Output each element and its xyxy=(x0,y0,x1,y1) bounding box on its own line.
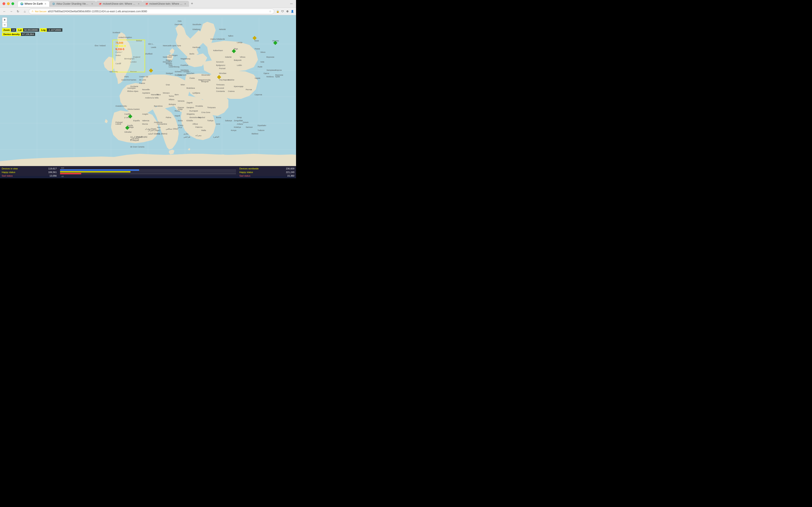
city-label-bialystok: Białystok xyxy=(234,59,242,61)
lng-label: Lng xyxy=(40,28,47,32)
ext-icon-3[interactable]: ⚙ xyxy=(285,9,290,13)
city-label-kharkov: Харків xyxy=(255,77,260,79)
city-label-gdansk: Gdańsk xyxy=(225,56,232,58)
city-label-vilnius: Vilnius xyxy=(240,56,245,58)
city-label-goteborg: Göteborg xyxy=(192,28,200,31)
tab-close-3[interactable]: × xyxy=(138,2,140,5)
city-label-bucuresti: Bucuresti xyxy=(216,87,224,89)
city-label-constantine: Constantine xyxy=(157,123,167,125)
city-label-newcastle: Newcastle upon Tyne xyxy=(163,45,181,47)
city-label-france: France xyxy=(139,82,145,84)
city-label-hrvatska: Hrvatska xyxy=(195,105,203,107)
city-label-minsk: Мінск xyxy=(260,51,265,53)
address-field[interactable]: ⚠ Not Secure a91076d00ad1f4342befdaf380d… xyxy=(29,9,274,14)
minimize-window-button[interactable] xyxy=(7,2,10,5)
zoom-in-button[interactable]: + xyxy=(2,17,7,22)
city-label-milano: Milano xyxy=(169,99,174,101)
tab-close-2[interactable]: × xyxy=(91,2,94,5)
url-text: a91076d00ad1f4342befdaf380dc6850-1105511… xyxy=(48,10,268,13)
new-tab-button[interactable]: + xyxy=(189,1,195,7)
city-label-timisoara2: Timișoara xyxy=(207,107,215,109)
chart-top-label: 320 xyxy=(60,167,236,169)
city-label-djelfa: الجلفة (Djelfa) xyxy=(148,133,160,135)
city-label-denmark: Danmark xyxy=(175,23,183,25)
sad-status-left-value: 13,056 xyxy=(49,174,57,177)
city-label-athina: Αθήνα xyxy=(192,123,198,125)
profile-icon[interactable]: 👤 xyxy=(290,9,294,13)
ext-icon-2[interactable]: 🛡 xyxy=(281,9,285,13)
city-label-benghazi: بنغازي xyxy=(184,133,189,135)
devices-in-view-label: Devices in view xyxy=(2,167,18,170)
city-label-tunis2: تونس xyxy=(177,126,182,128)
happy-status-right-row: Happy status 221,249 xyxy=(239,171,294,173)
city-label-frankfurt: Frankfurt xyxy=(181,64,188,66)
tab-close-1[interactable]: × xyxy=(44,2,47,5)
extension-icons: ⋯ xyxy=(289,2,294,6)
happy-status-right-value: 221,249 xyxy=(286,171,294,173)
city-label-belgie: Belgie / xyxy=(166,59,172,61)
city-label-nice: Nice xyxy=(157,94,161,96)
chart-bar-2-container xyxy=(60,171,236,173)
tab-woe-sim[interactable]: 🐙 mckeeh3/woe-sim: Where On... × xyxy=(96,1,143,7)
bookmark-icon[interactable]: ☆ xyxy=(269,10,271,13)
happy-status-left-label: Happy status xyxy=(2,171,15,173)
ext-icon-1[interactable]: 🔒 xyxy=(275,9,280,13)
sad-status-right-row: Sad status 15,360 xyxy=(239,174,294,177)
chart-bar-1-fill xyxy=(60,169,139,171)
city-label-konya: Konya xyxy=(231,129,237,131)
city-label-voronezh2: Воронеж xyxy=(275,74,283,76)
city-label-diyarbakir: Diyarbakır xyxy=(258,124,266,126)
region-count-s: 9,216-S xyxy=(115,48,124,51)
happy-status-left-row: Happy status 106,561 xyxy=(2,171,57,173)
city-label-odesa: Одеса xyxy=(263,72,269,74)
tab-favicon-3: 🐙 xyxy=(99,2,101,5)
city-label-helsinki: Helsinki xyxy=(219,28,226,31)
security-icon: ⚠ xyxy=(32,10,34,13)
security-label: Not Secure xyxy=(35,10,47,13)
tab-close-4[interactable]: × xyxy=(184,2,187,5)
city-label-izmir: İzmir xyxy=(216,123,220,125)
city-label-espana: España xyxy=(133,120,140,122)
city-label-latvia: Latvija xyxy=(237,41,242,44)
city-label-stuttgart: Stuttgart xyxy=(166,72,173,74)
city-label-lisboa: Lisboa xyxy=(115,123,121,125)
sad-status-left-label: Sad status xyxy=(2,174,13,177)
tab-where-on-earth[interactable]: 🌍 Where On Earth × xyxy=(17,1,49,7)
maximize-window-button[interactable] xyxy=(11,2,14,5)
tab-akka[interactable]: ⚙️ Akka Cluster Sharding Viewer × xyxy=(49,1,96,7)
city-label-moldova: Moldova xyxy=(266,76,273,78)
city-label-luxembourg: Luxembourg xyxy=(169,66,179,68)
city-label-valencia: Valencia xyxy=(142,120,149,122)
city-label-vitoria: Vitoria-Gasteiz xyxy=(127,108,140,110)
city-label-shqiperia: Shqipëria xyxy=(187,113,195,115)
city-label-isle: Isle o... xyxy=(148,43,154,45)
city-label-voronezh: Воронеж xyxy=(266,56,274,58)
chart-center: 320 -10 xyxy=(58,167,238,177)
city-label-tebessa: تبسة xyxy=(157,126,161,128)
forward-button[interactable]: → xyxy=(8,9,14,14)
city-label-lublin: Lublin xyxy=(237,64,242,66)
city-label-torino: Torino xyxy=(169,95,174,97)
city-label-andorra: Andorra la Vella xyxy=(145,97,159,99)
refresh-button[interactable]: ↻ xyxy=(15,9,21,14)
zoom-out-button[interactable]: − xyxy=(2,22,7,27)
city-label-wroclaw: Wrocław xyxy=(219,72,226,74)
city-label-saratov: Саратов xyxy=(255,94,262,96)
city-label-monaco: Monaco xyxy=(163,92,169,94)
region-count-total: 78,848 xyxy=(115,41,123,45)
city-label-stockholm: Stockholm xyxy=(192,23,201,25)
zoom-hud: + − Zoom 14 Lat 50.99108980 Lng -1.10718… xyxy=(2,17,62,36)
map-container[interactable]: Oslo Stockholm Helsinki Tallinn Newcastl… xyxy=(0,15,296,178)
city-label-zaporizhzhia: Запоріжжя xyxy=(266,69,276,71)
city-label-ankara: Türkiye xyxy=(207,120,214,122)
city-label-islas-canarias: de Gran Canaria xyxy=(130,146,144,148)
back-button[interactable]: ← xyxy=(2,9,7,14)
city-label-alger: الجزائر (Alger) xyxy=(148,129,160,131)
chart-bar-3-bg xyxy=(60,173,236,174)
city-label-nantes: Nantes xyxy=(130,79,136,81)
city-label-bakitesi: Bakitesi xyxy=(252,133,258,135)
close-window-button[interactable] xyxy=(3,2,5,5)
city-label-vastragotaland: Västra Götalands xyxy=(210,38,225,40)
tab-woe-twin[interactable]: 🐙 mckeeh3/woe-twin: Where On... × xyxy=(143,1,189,7)
home-button[interactable]: ⌂ xyxy=(22,9,28,14)
